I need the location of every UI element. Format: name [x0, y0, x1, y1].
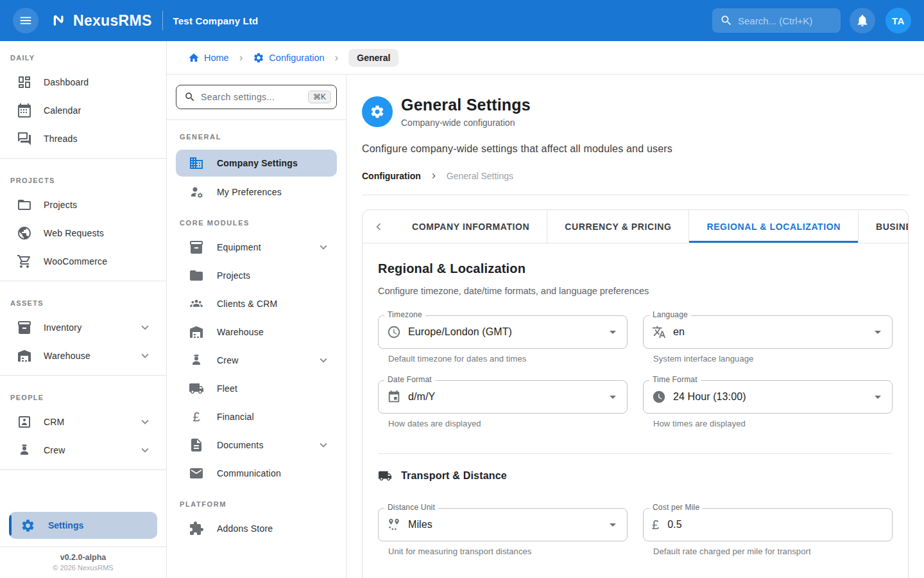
settings-nav-projects[interactable]: Projects: [167, 261, 346, 290]
settings-nav-warehouse[interactable]: Warehouse: [167, 318, 346, 346]
sidebar-item-woocommerce[interactable]: WooCommerce: [0, 247, 166, 276]
field-helper: Default rate charged per mile for transp…: [653, 547, 893, 556]
chevron-down-icon[interactable]: [316, 353, 330, 367]
settings-nav-financial[interactable]: £ Financial: [167, 403, 346, 431]
chevron-down-icon[interactable]: [138, 443, 152, 457]
clock-icon: [387, 325, 401, 339]
company-name: Test Company Ltd: [173, 15, 259, 26]
app-header: NexusRMS Test Company Ltd TA: [0, 0, 924, 41]
copyright: © 2026 NexusRMS: [5, 564, 161, 572]
app-name: NexusRMS: [73, 12, 152, 30]
dropdown-arrow-icon[interactable]: [605, 389, 620, 405]
calendar-icon: [17, 103, 32, 118]
document-icon: [189, 437, 204, 453]
global-search[interactable]: [712, 8, 841, 33]
tab-currency-pricing[interactable]: CURRENCY & PRICING: [547, 210, 689, 243]
breadcrumb-home-link[interactable]: Home: [188, 52, 229, 64]
sidebar-item-warehouse[interactable]: Warehouse: [0, 342, 166, 370]
divider: [378, 453, 893, 454]
section-label-fleet: FLEET: [0, 497, 166, 505]
tab-business[interactable]: BUSINESS: [858, 210, 909, 243]
chevron-down-icon[interactable]: [316, 438, 330, 452]
breadcrumb-configuration-link[interactable]: Configuration: [253, 52, 324, 64]
menu-button[interactable]: [13, 8, 38, 33]
sidebar-item-web-requests[interactable]: Web Requests: [0, 219, 166, 247]
clock-filled-icon: [652, 390, 666, 404]
sidebar-item-crm[interactable]: CRM: [0, 408, 166, 436]
user-avatar[interactable]: TA: [886, 8, 911, 33]
gear-avatar: [362, 96, 393, 127]
section-label-general: GENERAL: [167, 120, 346, 147]
settings-search-input[interactable]: [201, 92, 303, 102]
settings-nav-equipment[interactable]: Equipment: [167, 233, 346, 261]
settings-nav-documents[interactable]: Documents: [167, 431, 346, 459]
field-label: Time Format: [649, 375, 701, 384]
settings-nav-fleet[interactable]: Fleet: [167, 374, 346, 403]
settings-nav-company-settings[interactable]: Company Settings: [176, 150, 337, 177]
sidebar-scroll-area[interactable]: DAILY Dashboard Calendar Threads PROJECT…: [0, 41, 166, 505]
sidebar-item-calendar[interactable]: Calendar: [0, 96, 166, 125]
sidebar-footer: v0.2.0-alpha © 2026 NexusRMS: [0, 547, 166, 578]
time-format-select[interactable]: Time Format 24 Hour (13:00): [643, 380, 893, 414]
settings-nav-clients-crm[interactable]: Clients & CRM: [167, 290, 346, 318]
crew-hardhat-icon: [189, 353, 204, 368]
nexus-logo-icon: [49, 11, 68, 30]
settings-nav-communication[interactable]: Communication: [167, 459, 346, 487]
box-icon: [189, 240, 204, 255]
settings-search[interactable]: ⌘K: [176, 85, 337, 109]
route-pins-icon: [387, 518, 401, 532]
sidebar-item-crew[interactable]: Crew: [0, 436, 166, 464]
field-helper: Unit for measuring transport distances: [388, 547, 628, 556]
date-format-field-group: Date Format d/m/Y How dates are displaye…: [378, 380, 628, 428]
global-search-input[interactable]: [738, 15, 833, 26]
section-label-people: PEOPLE: [0, 381, 166, 408]
section-label-platform: PLATFORM: [167, 487, 346, 514]
distance-unit-value: Miles: [408, 519, 432, 530]
sub-breadcrumb-parent[interactable]: Configuration: [362, 171, 421, 181]
sidebar-item-threads[interactable]: Threads: [0, 125, 166, 153]
chevron-down-icon[interactable]: [138, 349, 152, 363]
language-select[interactable]: Language en: [643, 315, 893, 349]
dashboard-icon: [17, 74, 32, 90]
calendar-event-icon: [387, 390, 401, 404]
timezone-select[interactable]: Timezone Europe/London (GMT): [378, 315, 628, 349]
section-label-assets: ASSETS: [0, 286, 166, 313]
chevron-right-icon: [429, 171, 439, 181]
sidebar-item-inventory[interactable]: Inventory: [0, 313, 166, 342]
page-subtitle: Company-wide configuration: [401, 118, 531, 128]
tab-regional-localization[interactable]: REGIONAL & LOCALIZATION: [689, 210, 858, 243]
tabs-scroll-left-button[interactable]: [363, 210, 395, 243]
sidebar-divider: [0, 469, 166, 470]
sidebar-item-settings[interactable]: Settings: [9, 512, 157, 539]
app-logo[interactable]: NexusRMS: [49, 11, 152, 30]
date-format-select[interactable]: Date Format d/m/Y: [378, 380, 628, 414]
dropdown-arrow-icon[interactable]: [605, 324, 620, 340]
page-header: General Settings Company-wide configurat…: [362, 96, 909, 128]
settings-nav-crew[interactable]: Crew: [167, 346, 346, 374]
folder-icon: [17, 197, 32, 213]
settings-nav-my-preferences[interactable]: My Preferences: [167, 178, 346, 206]
hamburger-icon: [19, 13, 33, 28]
cost-per-mile-input[interactable]: Cost per Mile £ 0.5: [643, 508, 893, 541]
language-value: en: [673, 326, 685, 338]
notifications-button[interactable]: [850, 8, 875, 33]
distance-unit-select[interactable]: Distance Unit Miles: [378, 508, 628, 541]
date-format-value: d/m/Y: [408, 391, 435, 403]
sidebar-item-projects[interactable]: Projects: [0, 191, 166, 219]
dropdown-arrow-icon[interactable]: [870, 389, 886, 405]
page-title: General Settings: [401, 96, 531, 114]
settings-nav-addons-store[interactable]: Addons Store: [167, 514, 346, 543]
chevron-down-icon[interactable]: [138, 320, 152, 335]
tab-company-information[interactable]: COMPANY INFORMATION: [395, 210, 547, 243]
breadcrumb-separator-icon: ›: [335, 51, 339, 64]
tab-panel-regional: Regional & Localization Configure timezo…: [363, 243, 908, 578]
sidebar-bottom: Settings v0.2.0-alpha © 2026 NexusRMS: [0, 505, 166, 578]
sidebar-item-dashboard[interactable]: Dashboard: [0, 68, 166, 96]
sidebar-divider: [0, 375, 166, 376]
dropdown-arrow-icon[interactable]: [605, 517, 620, 532]
chevron-down-icon[interactable]: [316, 240, 330, 254]
dropdown-arrow-icon[interactable]: [870, 324, 886, 340]
settings-card: COMPANY INFORMATION CURRENCY & PRICING R…: [362, 209, 909, 578]
chevron-down-icon[interactable]: [138, 415, 152, 429]
group-icon: [189, 296, 204, 311]
